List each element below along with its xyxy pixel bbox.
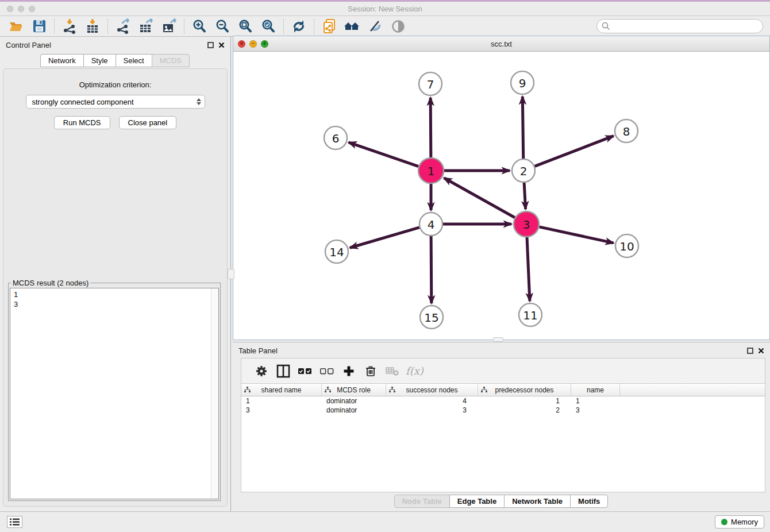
application-window: Session: New Session: [0, 0, 770, 532]
graph-node-9[interactable]: 9: [511, 71, 534, 94]
node-table[interactable]: shared name MCDS role successor nodes pr…: [241, 383, 765, 492]
network-window-titlebar[interactable]: × − + scc.txt: [233, 36, 769, 52]
table-panel-header: Table Panel: [233, 342, 770, 358]
float-panel-icon[interactable]: [207, 42, 214, 48]
open-file-icon[interactable]: [5, 18, 28, 35]
zoom-fit-icon[interactable]: [234, 18, 257, 35]
show-hide-graphics-icon[interactable]: [364, 18, 387, 35]
tab-select[interactable]: Select: [116, 54, 152, 67]
add-column-icon[interactable]: [338, 362, 360, 380]
close-panel-icon[interactable]: [218, 42, 225, 48]
horizontal-splitter-handle[interactable]: [493, 337, 503, 342]
cell-predecessor-nodes[interactable]: 1: [478, 396, 571, 406]
export-image-icon[interactable]: [157, 18, 180, 35]
cell-shared-name[interactable]: 3: [241, 406, 322, 415]
graph-edge-2-3[interactable]: [524, 183, 525, 209]
graph-edge-4-14[interactable]: [350, 228, 419, 248]
graph-edge-1-6[interactable]: [349, 142, 419, 167]
cell-name[interactable]: 1: [571, 396, 620, 406]
function-builder-icon: f(x): [406, 365, 424, 377]
graph-node-4[interactable]: 4: [419, 213, 442, 236]
zoom-selected-icon[interactable]: [257, 18, 280, 35]
graph-node-2[interactable]: 2: [512, 159, 535, 182]
window-titlebar: Session: New Session: [0, 0, 770, 16]
cell-predecessor-nodes[interactable]: 2: [478, 406, 571, 415]
graph-node-1[interactable]: 1: [418, 158, 444, 183]
close-panel-button[interactable]: Close panel: [119, 116, 177, 129]
cell-successor-nodes[interactable]: 4: [386, 396, 478, 406]
task-history-button[interactable]: [7, 516, 22, 528]
memory-button[interactable]: Memory: [715, 515, 764, 529]
vertical-splitter-handle[interactable]: [228, 269, 234, 279]
mcds-result-line: 1: [14, 290, 218, 299]
network-graph[interactable]: 7968124314101511: [233, 52, 769, 340]
criterion-select[interactable]: strongly connected component: [26, 95, 205, 109]
toolbar-separator: [184, 19, 184, 34]
level-of-detail-icon[interactable]: [387, 18, 410, 35]
tab-node-table[interactable]: Node Table: [394, 495, 450, 508]
graph-edge-3-10[interactable]: [539, 227, 613, 243]
first-neighbors-icon[interactable]: [341, 18, 364, 35]
graph-edge-4-15[interactable]: [431, 236, 432, 303]
graph-node-label: 1: [428, 164, 435, 178]
graph-node-3[interactable]: 3: [514, 211, 539, 237]
graph-node-6[interactable]: 6: [324, 126, 347, 149]
graph-edge-3-1[interactable]: [444, 178, 515, 218]
table-row[interactable]: 1 dominator 4 1 1: [241, 396, 765, 406]
float-table-panel-icon[interactable]: [747, 348, 753, 354]
zoom-out-icon[interactable]: [211, 18, 234, 35]
tab-mcds[interactable]: MCDS: [152, 54, 190, 67]
delete-column-icon[interactable]: [360, 362, 382, 380]
show-columns-icon[interactable]: [272, 362, 294, 380]
import-network-icon[interactable]: [58, 18, 81, 35]
graph-node-11[interactable]: 11: [519, 303, 542, 326]
export-network-icon[interactable]: [111, 18, 134, 35]
table-row[interactable]: 3 dominator 3 2 3: [241, 406, 765, 415]
mcds-result-fieldset: MCDS result (2 nodes) 1 3: [8, 283, 221, 501]
result-scrollbar[interactable]: [211, 288, 218, 499]
column-header-predecessor-nodes[interactable]: predecessor nodes: [478, 384, 571, 396]
column-header-shared-name[interactable]: shared name: [241, 384, 322, 396]
tab-style[interactable]: Style: [83, 54, 116, 67]
import-table-icon[interactable]: [81, 18, 104, 35]
run-mcds-button[interactable]: Run MCDS: [54, 116, 110, 129]
tab-motifs[interactable]: Motifs: [570, 495, 608, 508]
cell-mcds-role[interactable]: dominator: [322, 406, 386, 415]
close-table-panel-icon[interactable]: [758, 348, 764, 354]
clone-network-icon[interactable]: [318, 18, 341, 35]
graph-node-label: 10: [619, 240, 634, 253]
deselect-all-rows-icon[interactable]: [316, 362, 338, 380]
save-session-icon[interactable]: [28, 18, 51, 35]
column-header-successor-nodes[interactable]: successor nodes: [386, 384, 478, 396]
graph-node-8[interactable]: 8: [615, 119, 638, 142]
graph-edge-1-7[interactable]: [430, 98, 431, 157]
graph-node-7[interactable]: 7: [419, 72, 442, 95]
graph-node-10[interactable]: 10: [615, 234, 638, 257]
search-input[interactable]: [596, 19, 763, 33]
cell-shared-name[interactable]: 1: [241, 396, 322, 406]
select-all-rows-icon[interactable]: [294, 362, 316, 380]
cell-successor-nodes[interactable]: 3: [386, 406, 478, 415]
graph-node-14[interactable]: 14: [325, 240, 348, 263]
refresh-layout-icon[interactable]: [287, 18, 310, 35]
select-stepper-icon: [197, 98, 201, 105]
export-table-icon[interactable]: [134, 18, 157, 35]
table-settings-icon[interactable]: [251, 362, 272, 380]
graph-node-15[interactable]: 15: [420, 306, 443, 329]
cell-name[interactable]: 3: [571, 406, 620, 415]
mcds-result-text[interactable]: 1 3: [10, 288, 219, 499]
network-canvas[interactable]: 7968124314101511: [233, 52, 769, 340]
shared-column-icon: [481, 387, 487, 395]
tab-edge-table[interactable]: Edge Table: [449, 495, 505, 508]
graph-edge-2-9[interactable]: [522, 97, 523, 159]
graph-edge-3-11[interactable]: [527, 237, 530, 301]
table-toolbar: f(x): [241, 358, 765, 383]
cell-mcds-role[interactable]: dominator: [322, 396, 386, 406]
column-header-name[interactable]: name: [571, 384, 620, 396]
tab-network-table[interactable]: Network Table: [504, 495, 571, 508]
column-header-mcds-role[interactable]: MCDS role: [322, 384, 386, 396]
tab-network[interactable]: Network: [40, 54, 84, 67]
zoom-in-icon[interactable]: [188, 18, 211, 35]
graph-edge-2-8[interactable]: [535, 136, 614, 167]
toolbar-separator: [107, 19, 108, 34]
